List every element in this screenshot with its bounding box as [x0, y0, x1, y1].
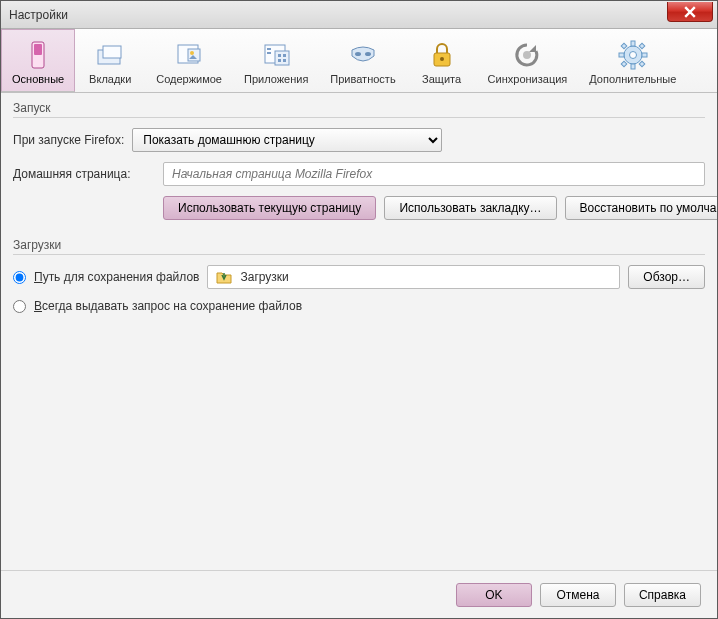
svg-point-19	[523, 51, 531, 59]
svg-rect-22	[631, 41, 635, 46]
svg-rect-29	[639, 61, 645, 67]
svg-point-16	[365, 52, 371, 56]
svg-rect-23	[631, 64, 635, 69]
tab-label: Основные	[12, 73, 64, 85]
svg-rect-13	[278, 59, 281, 62]
tab-sync[interactable]: Синхронизация	[477, 29, 579, 92]
use-current-page-button[interactable]: Использовать текущую страницу	[163, 196, 376, 220]
tab-label: Приложения	[244, 73, 308, 85]
svg-point-6	[190, 51, 194, 55]
tabs-icon	[94, 39, 126, 71]
homepage-input[interactable]	[163, 162, 705, 186]
svg-rect-24	[619, 53, 624, 57]
svg-rect-3	[103, 46, 121, 58]
svg-rect-14	[283, 59, 286, 62]
svg-rect-8	[275, 51, 289, 65]
tab-label: Защита	[422, 73, 461, 85]
svg-rect-28	[621, 61, 627, 67]
browse-button[interactable]: Обзор…	[628, 265, 705, 289]
tab-label: Синхронизация	[488, 73, 568, 85]
launch-select[interactable]: Показать домашнюю страницу	[132, 128, 442, 152]
gear-icon	[617, 39, 649, 71]
close-button[interactable]	[667, 2, 713, 22]
svg-point-21	[629, 51, 636, 58]
mask-icon	[347, 39, 379, 71]
cancel-button[interactable]: Отмена	[540, 583, 616, 607]
tab-content[interactable]: Содержимое	[145, 29, 233, 92]
always-ask-row: Всегда выдавать запрос на сохранение фай…	[13, 299, 705, 313]
settings-window: Настройки Основные Вкладк	[0, 0, 718, 619]
homepage-label: Домашняя страница:	[13, 167, 155, 181]
apps-icon	[260, 39, 292, 71]
startup-launch-row: При запуске Firefox: Показать домашнюю с…	[13, 128, 705, 152]
tab-security[interactable]: Защита	[407, 29, 477, 92]
launch-label: При запуске Firefox:	[13, 133, 124, 147]
footer: OK Отмена Справка	[1, 570, 717, 618]
svg-rect-25	[642, 53, 647, 57]
save-to-label: Путь для сохранения файлов	[34, 270, 199, 284]
tab-label: Приватность	[330, 73, 395, 85]
restore-default-button[interactable]: Восстановить по умолчанию	[565, 196, 717, 220]
save-to-radio[interactable]	[13, 271, 26, 284]
tab-label: Дополнительные	[589, 73, 676, 85]
switch-icon	[22, 39, 54, 71]
svg-rect-10	[267, 52, 271, 54]
ok-button[interactable]: OK	[456, 583, 532, 607]
tab-label: Содержимое	[156, 73, 222, 85]
svg-rect-11	[278, 54, 281, 57]
always-ask-radio[interactable]	[13, 300, 26, 313]
window-title: Настройки	[9, 8, 68, 22]
tab-advanced[interactable]: Дополнительные	[578, 29, 687, 92]
svg-point-15	[355, 52, 361, 56]
tab-applications[interactable]: Приложения	[233, 29, 319, 92]
homepage-row: Домашняя страница:	[13, 162, 705, 186]
use-bookmark-button[interactable]: Использовать закладку…	[384, 196, 556, 220]
svg-rect-26	[621, 43, 627, 49]
save-to-row: Путь для сохранения файлов Загрузки Обзо…	[13, 265, 705, 289]
divider	[13, 117, 705, 118]
svg-rect-5	[188, 49, 200, 61]
toolbar: Основные Вкладки Содержимое	[1, 29, 717, 93]
svg-rect-12	[283, 54, 286, 57]
download-path-field[interactable]: Загрузки	[207, 265, 620, 289]
download-path-value: Загрузки	[240, 270, 288, 284]
tab-privacy[interactable]: Приватность	[319, 29, 406, 92]
help-button[interactable]: Справка	[624, 583, 701, 607]
svg-point-18	[440, 57, 444, 61]
titlebar[interactable]: Настройки	[1, 1, 717, 29]
svg-rect-1	[34, 44, 42, 55]
svg-rect-9	[267, 48, 271, 50]
lock-icon	[426, 39, 458, 71]
tab-general[interactable]: Основные	[1, 29, 75, 92]
homepage-buttons: Использовать текущую страницу Использова…	[163, 196, 705, 220]
sync-icon	[511, 39, 543, 71]
close-icon	[684, 6, 696, 18]
svg-rect-27	[639, 43, 645, 49]
divider	[13, 254, 705, 255]
content-panel: Запуск При запуске Firefox: Показать дом…	[1, 93, 717, 570]
folder-icon	[216, 269, 232, 285]
startup-group-label: Запуск	[13, 101, 705, 115]
tab-tabs[interactable]: Вкладки	[75, 29, 145, 92]
always-ask-label: Всегда выдавать запрос на сохранение фай…	[34, 299, 302, 313]
content-icon	[173, 39, 205, 71]
downloads-group-label: Загрузки	[13, 238, 705, 252]
tab-label: Вкладки	[89, 73, 131, 85]
